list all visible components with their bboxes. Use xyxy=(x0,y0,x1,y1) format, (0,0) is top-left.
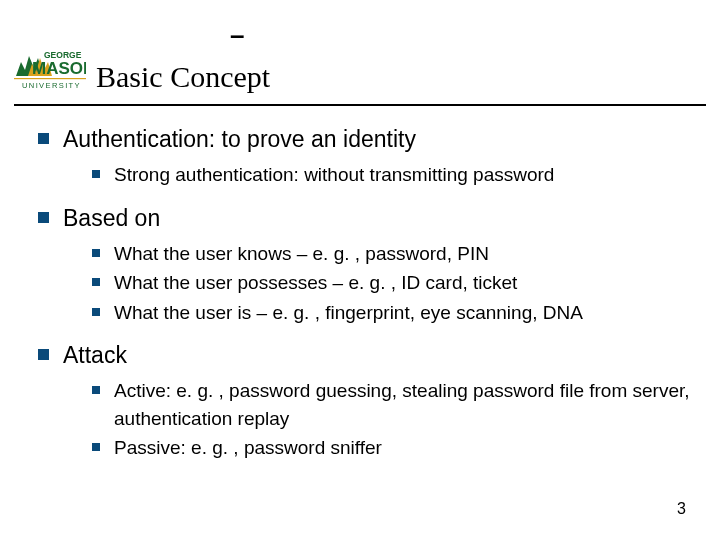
section-heading: Attack xyxy=(38,340,702,371)
university-logo: GEORGE MASON UNIVERSITY xyxy=(14,42,86,102)
list-item: Strong authentication: without transmitt… xyxy=(92,161,702,189)
title-underline xyxy=(14,104,706,106)
heading-text: Authentication: to prove an identity xyxy=(63,124,416,155)
section-items: Strong authentication: without transmitt… xyxy=(92,161,702,189)
svg-rect-4 xyxy=(14,78,86,79)
section-items: What the user knows – e. g. , password, … xyxy=(92,240,702,327)
square-bullet-icon xyxy=(92,278,100,286)
item-text: What the user is – e. g. , fingerprint, … xyxy=(114,299,583,327)
list-item: What the user possesses – e. g. , ID car… xyxy=(92,269,702,297)
square-bullet-icon xyxy=(92,386,100,394)
item-text: What the user knows – e. g. , password, … xyxy=(114,240,489,268)
mason-logo-icon: GEORGE MASON UNIVERSITY xyxy=(14,42,86,98)
section-items: Active: e. g. , password guessing, steal… xyxy=(92,377,702,462)
section-heading: Authentication: to prove an identity xyxy=(38,124,702,155)
item-text: Strong authentication: without transmitt… xyxy=(114,161,554,189)
square-bullet-icon xyxy=(92,249,100,257)
square-bullet-icon xyxy=(38,349,49,360)
svg-text:MASON: MASON xyxy=(32,59,86,78)
list-item: What the user is – e. g. , fingerprint, … xyxy=(92,299,702,327)
top-dash-mark: – xyxy=(230,20,244,51)
slide-body: Authentication: to prove an identity Str… xyxy=(38,124,702,476)
heading-text: Attack xyxy=(63,340,127,371)
square-bullet-icon xyxy=(38,133,49,144)
page-number: 3 xyxy=(677,500,686,518)
slide: – GEORGE MASON UNIVERSITY Basic Concept … xyxy=(0,0,720,540)
slide-title: Basic Concept xyxy=(96,60,270,94)
square-bullet-icon xyxy=(92,308,100,316)
item-text: Active: e. g. , password guessing, steal… xyxy=(114,377,702,432)
section-heading: Based on xyxy=(38,203,702,234)
square-bullet-icon xyxy=(92,443,100,451)
item-text: Passive: e. g. , password sniffer xyxy=(114,434,382,462)
square-bullet-icon xyxy=(38,212,49,223)
square-bullet-icon xyxy=(92,170,100,178)
item-text: What the user possesses – e. g. , ID car… xyxy=(114,269,517,297)
heading-text: Based on xyxy=(63,203,160,234)
list-item: Passive: e. g. , password sniffer xyxy=(92,434,702,462)
list-item: Active: e. g. , password guessing, steal… xyxy=(92,377,702,432)
svg-text:UNIVERSITY: UNIVERSITY xyxy=(22,81,81,90)
list-item: What the user knows – e. g. , password, … xyxy=(92,240,702,268)
